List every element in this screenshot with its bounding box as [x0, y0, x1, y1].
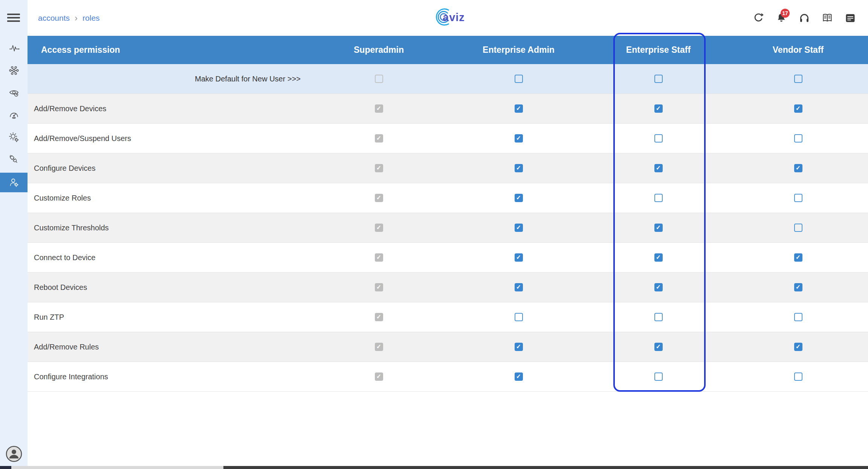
enterprise-admin-checkbox[interactable] [515, 224, 523, 232]
aviz-logo: aviz [432, 5, 489, 31]
vendor-staff-checkbox[interactable] [794, 75, 802, 83]
vendor-staff-checkbox[interactable] [794, 253, 802, 262]
enterprise-staff-checkbox[interactable] [654, 253, 663, 262]
sidebar-item-integrations[interactable] [0, 150, 28, 169]
superadmin-checkbox [375, 164, 383, 172]
row-label: Add/Remove/Suspend Users [28, 134, 309, 143]
eye-monitor-icon [8, 87, 20, 98]
vendor-staff-checkbox[interactable] [794, 164, 802, 172]
table-row: Configure Devices [28, 153, 868, 183]
vendor-staff-checkbox[interactable] [794, 283, 802, 291]
article-icon [845, 12, 856, 24]
enterprise-staff-checkbox[interactable] [654, 164, 663, 172]
activity-icon [8, 43, 20, 54]
table-row: Add/Remove Rules [28, 332, 868, 362]
vendor-staff-checkbox[interactable] [794, 134, 802, 143]
sidebar-nav [0, 39, 28, 192]
enterprise-admin-checkbox[interactable] [515, 75, 523, 83]
enterprise-staff-checkbox[interactable] [654, 134, 663, 143]
table-row: Reboot Devices [28, 273, 868, 302]
enterprise-admin-checkbox[interactable] [515, 313, 523, 321]
table-row: Run ZTP [28, 302, 868, 332]
profile-icon [5, 445, 23, 463]
topbar-actions: 17 [753, 0, 856, 36]
chevron-right-icon: › [75, 14, 78, 23]
column-header-enterprise-admin: Enterprise Admin [449, 45, 588, 55]
enterprise-staff-checkbox[interactable] [654, 283, 663, 291]
row-label: Configure Integrations [28, 372, 309, 381]
enterprise-staff-checkbox[interactable] [654, 224, 663, 232]
row-label: Make Default for New User >>> [28, 75, 309, 83]
enterprise-staff-checkbox[interactable] [654, 343, 663, 351]
aviz-logo-text: aviz [443, 11, 465, 24]
superadmin-checkbox [375, 283, 383, 291]
enterprise-admin-checkbox[interactable] [515, 104, 523, 113]
enterprise-admin-checkbox[interactable] [515, 253, 523, 262]
docs-button[interactable] [822, 12, 833, 24]
table-row-make-default: Make Default for New User >>> [28, 64, 868, 94]
table-header-row: Access permission Superadmin Enterprise … [28, 36, 868, 64]
vendor-staff-checkbox[interactable] [794, 224, 802, 232]
sidebar-item-health[interactable] [0, 39, 28, 57]
superadmin-checkbox [375, 75, 383, 83]
bottom-bar-segment [0, 466, 11, 469]
sidebar-item-observe[interactable] [0, 84, 28, 102]
breadcrumb-accounts[interactable]: accounts [38, 14, 70, 23]
network-icon [8, 65, 20, 76]
column-header-superadmin: Superadmin [309, 45, 449, 55]
row-label: Customize Thresholds [28, 224, 309, 232]
topbar: accounts › roles aviz [28, 0, 868, 36]
superadmin-checkbox [375, 253, 383, 262]
breadcrumb-roles[interactable]: roles [83, 14, 100, 23]
enterprise-admin-checkbox[interactable] [515, 194, 523, 202]
enterprise-admin-checkbox[interactable] [515, 343, 523, 351]
gauge-icon [8, 109, 20, 121]
row-label: Reboot Devices [28, 283, 309, 292]
superadmin-checkbox [375, 343, 383, 351]
sidebar-item-topology[interactable] [0, 61, 28, 80]
vendor-staff-checkbox[interactable] [794, 313, 802, 321]
enterprise-staff-checkbox[interactable] [654, 104, 663, 113]
row-label: Connect to Device [28, 253, 309, 262]
support-button[interactable] [799, 12, 810, 24]
enterprise-admin-checkbox[interactable] [515, 283, 523, 291]
vendor-staff-checkbox[interactable] [794, 194, 802, 202]
row-label: Add/Remove Devices [28, 104, 309, 113]
roles-permission-table: Access permission Superadmin Enterprise … [28, 36, 868, 392]
vendor-staff-checkbox[interactable] [794, 372, 802, 381]
enterprise-staff-checkbox[interactable] [654, 75, 663, 83]
changelog-button[interactable] [845, 12, 856, 24]
enterprise-admin-checkbox[interactable] [515, 164, 523, 172]
notifications-button[interactable]: 17 [776, 12, 787, 24]
table-row: Add/Remove/Suspend Users [28, 124, 868, 153]
enterprise-admin-checkbox[interactable] [515, 372, 523, 381]
bottom-edge-bar [0, 466, 868, 469]
plug-icon [8, 154, 20, 165]
refresh-icon [753, 12, 764, 24]
gears-icon [8, 132, 20, 143]
row-label: Configure Devices [28, 164, 309, 173]
superadmin-checkbox [375, 224, 383, 232]
user-roles-icon [8, 177, 20, 188]
menu-button[interactable] [7, 14, 20, 23]
row-label: Add/Remove Rules [28, 343, 309, 351]
bottom-bar-segment [223, 466, 868, 469]
sidebar-item-performance[interactable] [0, 106, 28, 124]
superadmin-checkbox [375, 104, 383, 113]
table-row: Configure Integrations [28, 362, 868, 392]
vendor-staff-checkbox[interactable] [794, 104, 802, 113]
refresh-button[interactable] [753, 12, 764, 24]
column-header-enterprise-staff: Enterprise Staff [588, 45, 728, 55]
enterprise-staff-checkbox[interactable] [654, 313, 663, 321]
bottom-bar-segment [11, 466, 223, 469]
sidebar-item-accounts[interactable] [0, 173, 28, 192]
enterprise-admin-checkbox[interactable] [515, 134, 523, 143]
headphones-icon [799, 12, 810, 24]
app-window: accounts › roles aviz [0, 0, 868, 469]
superadmin-checkbox [375, 134, 383, 143]
user-avatar-button[interactable] [5, 445, 23, 463]
enterprise-staff-checkbox[interactable] [654, 194, 663, 202]
vendor-staff-checkbox[interactable] [794, 343, 802, 351]
enterprise-staff-checkbox[interactable] [654, 372, 663, 381]
sidebar-item-settings[interactable] [0, 128, 28, 146]
